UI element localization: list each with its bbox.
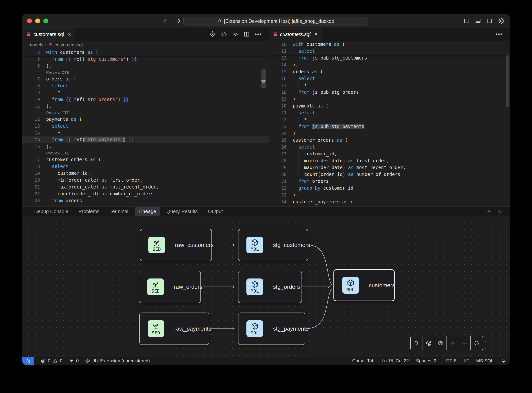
code-line-23[interactable]: 23 from orders [22,197,269,204]
code-line-7[interactable]: 7orders as ( [22,75,269,82]
lineage-refresh-button[interactable] [471,336,483,350]
panel-tab-problems[interactable]: Problems [75,207,103,216]
lineage-zoom-out-button[interactable] [459,336,470,350]
lineage-node-raw_orders[interactable]: SEDraw_orders [139,271,201,303]
lineage-zoom-in-button[interactable] [447,336,459,350]
code-line-23[interactable]: 23 from js.pub.stg_payments [269,123,510,130]
code-line-13[interactable]: 13 select [22,123,269,130]
more-actions-icon[interactable]: ••• [495,31,503,38]
panel-tab-output[interactable]: Output [204,207,227,216]
code-line-19[interactable]: 19 customer_id, [22,170,269,177]
code-line-25[interactable]: 25customer_orders as ( [269,137,510,144]
panel-tab-debug-console[interactable]: Debug Console [30,207,72,216]
code-line-29[interactable]: 29 max(order_date) as most_recent_order, [269,164,510,171]
zoom-window-button[interactable] [43,19,48,23]
lineage-node-stg_orders[interactable]: MDLstg_orders [238,271,302,303]
close-panel-icon[interactable] [497,209,503,214]
lineage-search-button[interactable] [411,336,422,350]
codelens-label[interactable]: Preview CTE [40,70,70,75]
notifications-bell-icon[interactable] [501,358,506,363]
codelens-preview-cte[interactable]: Preview CTE [22,69,269,75]
close-tab-icon[interactable]: ✕ [67,31,72,37]
maximize-panel-chevron-icon[interactable] [486,209,492,214]
code-line-16[interactable]: 16 select [269,75,510,82]
code-line-34[interactable]: 34customer_payments as ( [269,198,510,205]
code-line-17[interactable]: 17customer_orders as ( [22,156,269,163]
code-line-15[interactable]: 15orders as ( [269,68,510,75]
code-line-32[interactable]: 32 group by customer_id [269,185,510,192]
code-line-21[interactable]: 21 select [269,109,510,116]
toggle-secondary-sidebar-icon[interactable] [486,18,493,24]
breadcrumb-file[interactable]: customers.sql [54,42,83,48]
codelens-preview-cte[interactable]: Preview CTE [22,150,269,156]
status-indentation[interactable]: Spaces: 2 [416,358,436,364]
lineage-aperture-button[interactable] [423,336,435,350]
preview-eye-icon[interactable] [232,31,239,38]
panel-tab-terminal[interactable]: Terminal [106,207,132,216]
code-line-5[interactable]: 5 from {{ ref('stg_customers') }} [22,56,269,63]
code-line-12[interactable]: 12payments as ( [22,116,269,123]
tab-customers-sql-right[interactable]: customers.sql ✕ [269,28,322,41]
code-line-14[interactable]: 14), [269,61,510,68]
panel-tab-query-results[interactable]: Query Results [163,207,201,216]
code-line-13[interactable]: 13 from js.pub.stg_customers [269,54,510,61]
code-line-24[interactable]: 24), [269,130,510,137]
status-language-mode[interactable]: MS SQL [476,358,494,364]
code-line-18[interactable]: 18 from js.pub.stg_orders [269,89,510,96]
status-encoding[interactable]: UTF-8 [443,358,456,364]
more-actions-icon[interactable]: ••• [255,31,262,38]
settings-gear-icon[interactable] [498,18,505,24]
code-line-22[interactable]: 22 * [269,116,510,123]
close-window-button[interactable] [27,19,32,23]
status-eol[interactable]: LF [464,358,469,364]
code-area-compiled[interactable]: 10with customers as (11 select13 from js… [269,41,510,205]
lineage-node-stg_payments[interactable]: MDLstg_payments [238,313,305,345]
code-line-10[interactable]: 10 from {{ ref('stg_orders') }} [22,96,269,103]
code-line-20[interactable]: 20 min(order_date) as first_order, [22,177,269,184]
panel-tab-lineage[interactable]: Lineage [135,207,160,216]
code-area-source[interactable]: 2with customers as (5 from {{ ref('stg_c… [22,49,269,204]
toggle-panel-icon[interactable] [475,18,481,24]
close-tab-icon[interactable]: ✕ [314,31,318,37]
lineage-node-customers[interactable]: MDLcustomers [333,269,395,301]
tab-customers-sql-left[interactable]: customers.sql ✕ [22,28,75,41]
go-back-icon[interactable] [163,18,169,24]
editor-pane-compiled[interactable]: 10with customers as (11 select13 from js… [269,41,510,206]
code-line-19[interactable]: 19), [269,96,510,103]
lineage-visibility-button[interactable] [435,336,446,350]
code-line-28[interactable]: 28 min(order_date) as first_order, [269,157,510,164]
code-line-26[interactable]: 26 select [269,144,510,150]
code-line-17[interactable]: 17 * [269,82,510,89]
left-editor-scrollbar[interactable] [261,69,266,88]
codelens-preview-cte[interactable]: Preview CTE [22,110,269,116]
go-forward-icon[interactable] [175,18,181,24]
dbt-extension-status[interactable]: dbt Extension (unregistered) [85,358,150,364]
code-line-18[interactable]: 18 select [22,163,269,170]
code-line-11[interactable]: 11), [22,103,269,110]
status-line-col[interactable]: Ln 15, Col 22 [382,358,409,364]
breadcrumb[interactable]: models › customers.sql [22,41,269,49]
lineage-node-stg_customers[interactable]: MDLstg_customers [238,229,308,261]
split-editor-icon[interactable] [244,31,250,37]
code-line-2[interactable]: 2with customers as ( [22,49,269,56]
dbt-power-user-icon[interactable] [209,31,216,38]
lineage-canvas[interactable]: SEDraw_customers MDLstg_customers SEDraw… [22,216,510,357]
code-line-11[interactable]: 11 select [269,48,510,54]
sticky-scroll[interactable]: 10with customers as (11 select [269,41,510,54]
codelens-label[interactable]: Preview CTE [40,111,70,115]
code-line-31[interactable]: 31 from orders [269,178,510,185]
code-line-33[interactable]: 33), [269,192,510,198]
lineage-node-raw_customers[interactable]: SEDraw_customers [140,229,212,261]
code-line-6[interactable]: 6), [22,63,269,69]
code-line-27[interactable]: 27 customer_id, [269,150,510,157]
editor-pane-source[interactable]: models › customers.sql 2with customers a… [22,41,269,206]
breadcrumb-folder[interactable]: models [29,42,43,48]
toggle-primary-sidebar-icon[interactable] [464,18,470,24]
codelens-label[interactable]: Preview CTE [40,151,70,155]
code-line-30[interactable]: 30 count(order_id) as number_of_orders [269,171,510,178]
sticky-scroll[interactable]: 2with customers as ( [22,49,269,56]
compiled-code-icon[interactable] [221,31,227,38]
code-line-21[interactable]: 21 max(order_date) as most_recent_order, [22,184,269,190]
code-line-8[interactable]: 8 select [22,82,269,89]
remote-indicator[interactable] [22,357,34,365]
